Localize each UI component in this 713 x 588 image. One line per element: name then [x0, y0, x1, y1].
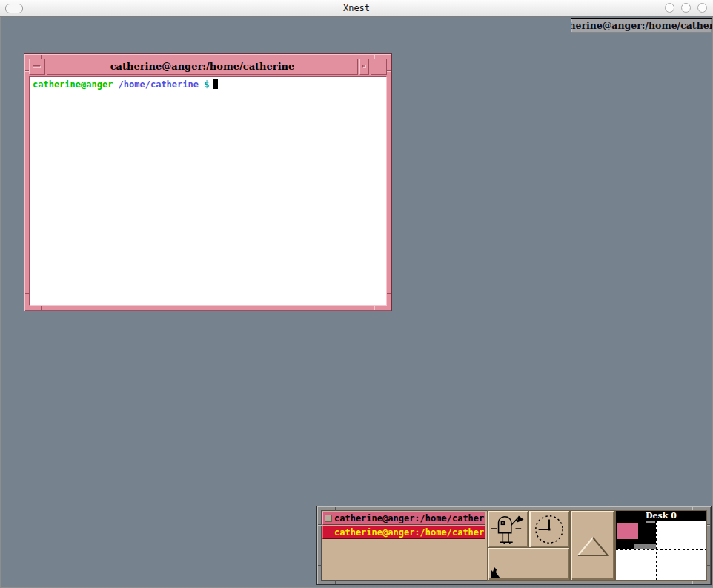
pager-grid-vline	[656, 521, 657, 580]
triangle-icon	[575, 533, 611, 558]
prompt-user-host: catherine@anger	[33, 79, 113, 90]
frame-notch	[692, 580, 693, 584]
frame-notch	[318, 524, 322, 526]
window-list-item[interactable]: catherine@anger:/home/catherine	[322, 526, 485, 539]
window-title-tooltip: catherine@anger:/home/catherine	[571, 18, 712, 33]
mouse-pointer-icon	[491, 566, 501, 578]
host-window-controls	[665, 3, 707, 13]
applet-column	[488, 511, 569, 580]
iconify-button[interactable]	[29, 59, 45, 75]
frame-notch	[387, 293, 391, 294]
frame-notch	[335, 580, 336, 584]
frame-notch	[25, 293, 29, 294]
clock-applet[interactable]	[529, 511, 570, 547]
maximize-button[interactable]	[681, 3, 691, 13]
host-window-title: Xnest	[0, 3, 713, 13]
terminal-maximize-button[interactable]	[371, 59, 387, 75]
frame-notch	[335, 507, 336, 511]
frame-notch	[387, 70, 391, 72]
desktop-pager[interactable]: Desk 0	[616, 511, 706, 580]
prompt-symbol: $	[199, 79, 209, 90]
terminal-titlebar[interactable]: catherine@anger:/home/catherine	[29, 59, 387, 75]
applet-row	[488, 511, 569, 547]
shade-dot-icon	[362, 65, 366, 68]
frame-notch	[374, 306, 375, 310]
panel-button[interactable]	[488, 548, 569, 580]
desk-label: Desk 0	[616, 511, 706, 521]
taskbar-body: catherine@anger:/home/catherine catherin…	[322, 511, 706, 580]
window-list: catherine@anger:/home/catherine catherin…	[322, 511, 486, 580]
iconify-dash-icon	[33, 65, 41, 68]
frame-notch	[706, 524, 710, 526]
mailbox-applet[interactable]	[488, 511, 528, 547]
window-list-label: catherine@anger:/home/catherine	[334, 527, 485, 538]
pager-taskbar-mark	[634, 544, 656, 549]
frame-notch	[41, 306, 42, 310]
frame-notch	[318, 565, 322, 566]
taskbar-panel[interactable]: catherine@anger:/home/catherine catherin…	[316, 506, 712, 585]
pager-grid-hline	[616, 549, 706, 550]
frame-notch	[706, 565, 710, 566]
shade-button[interactable]	[359, 59, 369, 75]
mailbox-icon	[489, 513, 526, 546]
shade-panel-button[interactable]	[571, 511, 614, 580]
host-window-titlebar[interactable]: Xnest	[0, 0, 713, 17]
pager-terminal-window[interactable]	[617, 523, 638, 539]
terminal-window: catherine@anger:/home/catherine catherin…	[24, 53, 392, 311]
close-button[interactable]	[697, 3, 707, 13]
window-list-label: catherine@anger:/home/catherine	[334, 513, 485, 523]
window-list-item[interactable]: catherine@anger:/home/catherine	[322, 512, 485, 525]
maximize-square-icon	[374, 62, 382, 70]
clock-icon	[533, 513, 566, 546]
window-state-icon	[325, 515, 332, 522]
shell-prompt: catherine@anger /home/catherine $	[30, 77, 386, 90]
prompt-path: /home/catherine	[113, 79, 199, 90]
terminal-title[interactable]: catherine@anger:/home/catherine	[47, 59, 358, 75]
terminal-client-area[interactable]: catherine@anger /home/catherine $	[29, 76, 387, 306]
minimize-button[interactable]	[665, 3, 674, 13]
desktop: Xnest catherine@anger:/home/catherine ca…	[0, 0, 713, 588]
text-cursor	[213, 79, 218, 89]
pager-tooltip-mark	[646, 521, 655, 523]
